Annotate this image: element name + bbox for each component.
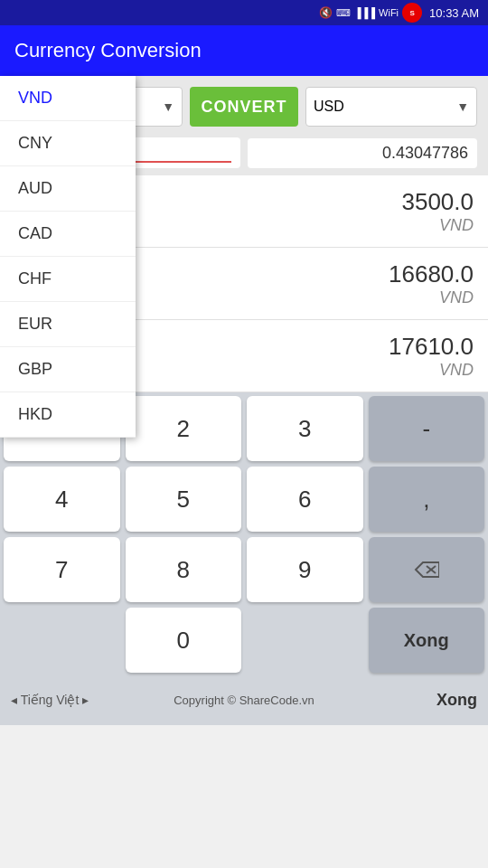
keyboard-row-3: 7 8 9 xyxy=(4,537,484,602)
key-comma[interactable]: , xyxy=(369,467,485,532)
dropdown-item-vnd[interactable]: VND xyxy=(0,76,136,121)
svg-marker-0 xyxy=(416,562,439,577)
to-currency-label: USD xyxy=(314,99,344,115)
currency-dropdown: VND CNY AUD CAD CHF EUR GBP HKD xyxy=(0,76,136,438)
sharecode-logo: S xyxy=(402,3,422,23)
wifi-icon: WiFi xyxy=(379,7,399,18)
key-0[interactable]: 0 xyxy=(126,608,242,673)
keyboard: 1 2 3 - 4 5 6 , 7 8 9 0 Xong ◂ Tiếng Việ… xyxy=(0,392,488,725)
key-2[interactable]: 2 xyxy=(126,396,242,461)
status-icons: 🔇 ⌨ ▐▐▐ WiFi S 10:33 AM xyxy=(319,3,479,23)
mute-icon: 🔇 xyxy=(319,6,333,19)
keyboard-icon: ⌨ xyxy=(336,7,351,19)
key-7[interactable]: 7 xyxy=(4,537,120,602)
keyboard-done-button[interactable]: Xong xyxy=(361,691,477,710)
dropdown-item-cad[interactable]: CAD xyxy=(0,212,136,257)
cny-base-currency: VND xyxy=(137,216,474,235)
cny-amount-display: 3500.0 VND xyxy=(137,188,474,235)
dropdown-item-hkd[interactable]: HKD xyxy=(0,392,136,438)
main-content: VND ▼ CONVERT USD ▼ 0.43047786 CNY 3500.… xyxy=(0,76,488,392)
key-3[interactable]: 3 xyxy=(247,396,363,461)
keyboard-row-4: 0 Xong xyxy=(4,608,484,673)
cad-amount: 17610.0 xyxy=(137,333,474,361)
status-bar: 🔇 ⌨ ▐▐▐ WiFi S 10:33 AM xyxy=(0,0,488,25)
key-done[interactable]: Xong xyxy=(369,608,485,673)
signal-icon: ▐▐▐ xyxy=(354,7,375,18)
cny-amount: 3500.0 xyxy=(137,188,474,216)
key-6[interactable]: 6 xyxy=(247,467,363,532)
to-currency-selector[interactable]: USD ▼ xyxy=(305,87,477,127)
keyboard-copyright: Copyright © ShareCode.vn xyxy=(127,693,361,707)
to-currency-arrow: ▼ xyxy=(456,99,469,114)
key-minus[interactable]: - xyxy=(369,396,485,461)
keyboard-bottom-bar: ◂ Tiếng Việt ▸ Copyright © ShareCode.vn … xyxy=(4,678,484,722)
key-4[interactable]: 4 xyxy=(4,467,120,532)
result-value: 0.43047786 xyxy=(382,144,468,162)
convert-button[interactable]: CONVERT xyxy=(190,87,298,127)
key-5[interactable]: 5 xyxy=(126,467,242,532)
cad-base-currency: VND xyxy=(137,361,474,380)
aud-base-currency: VND xyxy=(137,288,474,307)
dropdown-item-chf[interactable]: CHF xyxy=(0,257,136,302)
keyboard-language[interactable]: ◂ Tiếng Việt ▸ xyxy=(11,693,127,707)
key-backspace[interactable] xyxy=(369,537,485,602)
key-8[interactable]: 8 xyxy=(126,537,242,602)
app-title: Currency Conversion xyxy=(14,39,202,62)
aud-amount: 16680.0 xyxy=(137,260,474,288)
dropdown-item-gbp[interactable]: GBP xyxy=(0,347,136,392)
time-display: 10:33 AM xyxy=(429,6,479,20)
cad-amount-display: 17610.0 VND xyxy=(137,333,474,380)
dropdown-item-cny[interactable]: CNY xyxy=(0,121,136,166)
from-currency-arrow: ▼ xyxy=(162,99,174,114)
result-container: 0.43047786 xyxy=(248,138,477,168)
app-bar: Currency Conversion xyxy=(0,25,488,76)
dropdown-item-eur[interactable]: EUR xyxy=(0,302,136,347)
aud-amount-display: 16680.0 VND xyxy=(137,260,474,307)
keyboard-row-2: 4 5 6 , xyxy=(4,467,484,532)
dropdown-item-aud[interactable]: AUD xyxy=(0,166,136,212)
key-9[interactable]: 9 xyxy=(247,537,363,602)
